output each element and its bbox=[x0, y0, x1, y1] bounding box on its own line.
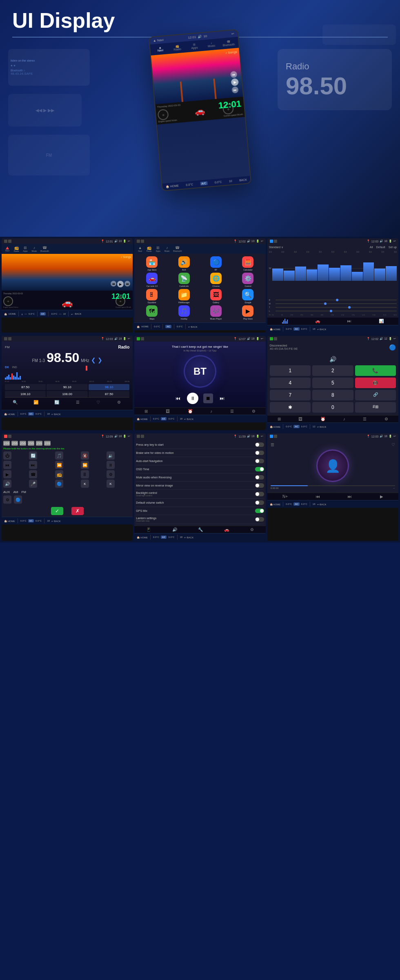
toggle-lantern[interactable] bbox=[255, 517, 264, 522]
music-progress bbox=[271, 485, 395, 486]
dial-hash[interactable]: #⊞ bbox=[355, 402, 396, 413]
toggle-gps[interactable] bbox=[255, 509, 264, 513]
s5-bottom[interactable]: 🏠 HOME 0.0°C A/C 0.0°C 18 ↩ BACK bbox=[134, 415, 265, 422]
dial-star[interactable]: ✱ bbox=[270, 402, 311, 413]
dial-link[interactable]: 🔗 bbox=[355, 390, 396, 400]
dial-1[interactable]: 1 bbox=[270, 365, 311, 376]
ac-button[interactable]: A/C bbox=[40, 312, 46, 316]
app-playstore[interactable]: ▶ Play Store bbox=[233, 305, 263, 320]
home-btn[interactable]: 🏠 bbox=[4, 313, 7, 316]
ac-button[interactable]: A/C bbox=[165, 325, 171, 328]
s2-bottom[interactable]: 🏠 HOME 0.0°C A/C 0.0°C ↩ BACK bbox=[134, 322, 265, 330]
home-btn[interactable]: 🏠 HOME bbox=[4, 520, 15, 522]
back-btn[interactable]: ↩ BACK bbox=[184, 418, 193, 420]
back-btn[interactable]: ↩ BACK bbox=[184, 536, 193, 539]
toggle-osd[interactable] bbox=[255, 467, 264, 471]
app-bt[interactable]: 🔵 BT bbox=[201, 256, 231, 271]
ac-button[interactable]: A/C bbox=[293, 425, 299, 428]
s1-bottom[interactable]: 🏠 HOME ∧ — 0.0°C A/C 0.0°C — 10 ↩ BACK bbox=[2, 310, 133, 318]
bt-play[interactable]: ⏸ bbox=[187, 393, 198, 404]
search-icon[interactable]: 🔍 bbox=[12, 399, 18, 405]
s1-navbar[interactable]: Navi 📻 Radio ⊞ Apps ♪ Music ☎ Bluetooth bbox=[2, 244, 133, 254]
toggle-autonav[interactable] bbox=[255, 459, 264, 463]
ac-button[interactable]: A/C bbox=[28, 412, 34, 416]
nav-bluetooth[interactable]: ☎ Bluetooth bbox=[39, 245, 50, 253]
dial-2[interactable]: 2 bbox=[312, 365, 353, 376]
dial-8[interactable]: 8 bbox=[312, 390, 353, 400]
s8-bottom[interactable]: 🏠 HOME 0.0°C A/C 0.0°C 18 ↩ BACK bbox=[134, 533, 265, 541]
nav-music[interactable]: ♪ Music bbox=[30, 245, 38, 253]
nav-radio[interactable]: 📻 Radio bbox=[12, 245, 20, 253]
dial-5[interactable]: 5 bbox=[312, 378, 353, 388]
toggle-press-key[interactable] bbox=[255, 442, 264, 447]
eq-default[interactable]: Default bbox=[376, 246, 385, 249]
call-btn[interactable]: 📞 bbox=[355, 365, 396, 376]
toggle-backlight[interactable] bbox=[255, 492, 264, 496]
app-chrome[interactable]: 🌐 Chrome bbox=[201, 273, 231, 287]
next-btn[interactable]: ❯ bbox=[98, 357, 102, 363]
repeat-icon[interactable]: 🔄 bbox=[54, 399, 60, 405]
list-icon[interactable]: ☰ bbox=[75, 399, 80, 405]
home-btn[interactable]: 🏠 bbox=[137, 325, 140, 328]
home-btn[interactable]: 🏠 HOME bbox=[137, 418, 148, 420]
s4-bottom[interactable]: 🏠 HOME 0.0°C A/C 0.0°C 18 ↩ BACK bbox=[2, 410, 133, 418]
confirm-btn[interactable]: ✓ bbox=[51, 507, 63, 515]
home-btn[interactable]: 🏠 HOME bbox=[270, 328, 281, 331]
ac-button[interactable]: A/C bbox=[28, 519, 34, 522]
eq-preset[interactable]: Standard ∨ bbox=[269, 246, 283, 249]
dial-4[interactable]: 4 bbox=[270, 378, 311, 388]
settings-icon[interactable]: ⚙ bbox=[116, 399, 122, 405]
nav-navi[interactable]: Navi bbox=[3, 246, 11, 252]
ac-button[interactable]: A/C bbox=[161, 417, 167, 420]
app-moofay[interactable]: 🎵 moofay bbox=[169, 305, 199, 320]
back-btn[interactable]: ↩ BACK bbox=[317, 425, 327, 428]
home-btn[interactable]: 🏠 HOME bbox=[4, 413, 15, 416]
ac-button[interactable]: A/C bbox=[161, 536, 167, 539]
app-calculator[interactable]: 🧮 Calculator bbox=[233, 256, 263, 271]
toggle-mirror[interactable] bbox=[255, 483, 264, 488]
nav-apps[interactable]: ⊞ Apps bbox=[21, 245, 29, 253]
prev-btn[interactable]: ❮ bbox=[91, 357, 96, 363]
back-btn[interactable]: ↩ BACK bbox=[317, 328, 327, 331]
app-musicplayer[interactable]: 🎶 Music Player bbox=[201, 305, 231, 320]
home-btn[interactable]: 🏠 HOME bbox=[270, 503, 281, 506]
s3-bottom[interactable]: 🏠 HOME 0.0°C A/C 0.0°C 18 ↩ BACK bbox=[267, 325, 398, 333]
app-equalizer[interactable]: 🎚 Equalizer bbox=[137, 289, 167, 304]
back-btn[interactable]: ↩ BACK bbox=[51, 413, 61, 416]
home-btn[interactable]: 🏠 HOME bbox=[270, 425, 281, 428]
app-store[interactable]: 🏪 App Store bbox=[137, 256, 167, 271]
app-aux[interactable]: 🔊 AUX bbox=[169, 256, 199, 271]
back-btn[interactable]: ↩ BACK bbox=[317, 503, 327, 506]
app-google[interactable]: 🔍 Google bbox=[233, 289, 263, 304]
back-btn[interactable]: ↩ BACK bbox=[188, 325, 198, 328]
app-carlink[interactable]: 🚗 Car Link 2.0 bbox=[137, 273, 167, 287]
app-carbitlink[interactable]: 📡 CarbitLink bbox=[169, 273, 199, 287]
app-filemanager[interactable]: 📁 FileManager bbox=[169, 289, 199, 304]
cancel-btn[interactable]: ✗ bbox=[71, 507, 84, 515]
back-btn[interactable]: ↩ BACK bbox=[51, 520, 61, 522]
app-maps[interactable]: 🗺 Maps bbox=[137, 305, 167, 320]
eq-all[interactable]: All bbox=[370, 246, 373, 249]
end-call-btn[interactable]: 📵 bbox=[355, 378, 396, 388]
bt-next[interactable]: ⏭ bbox=[218, 394, 226, 402]
heart-icon[interactable]: ♡ bbox=[96, 399, 101, 405]
s7-bottom[interactable]: 🏠 HOME 0.0°C A/C 0.0°C 18 ↩ BACK bbox=[2, 517, 133, 524]
signal-icon[interactable]: 📶 bbox=[33, 399, 39, 405]
app-gallery[interactable]: 🖼 Gallery bbox=[201, 289, 231, 304]
home-btn[interactable]: 🏠 HOME bbox=[137, 536, 148, 539]
toggle-mute[interactable] bbox=[255, 475, 264, 480]
back-btn[interactable]: ↩ bbox=[71, 313, 73, 316]
s2-navbar[interactable]: ▲Navi 📻Radio ⊞Apps ♪Music ☎Bluetooth bbox=[134, 244, 265, 254]
bt-prev[interactable]: ⏮ bbox=[174, 394, 182, 402]
dial-0[interactable]: 0 bbox=[312, 402, 353, 413]
toggle-volume[interactable] bbox=[255, 500, 264, 505]
s9-bottom[interactable]: 🏠 HOME 0.0°C A/C 0.0°C 18 ↩ BACK bbox=[267, 500, 398, 508]
ac-button[interactable]: A/C bbox=[293, 327, 299, 331]
s6-bottom[interactable]: 🏠 HOME 0.0°C A/C 0.0°C 12 ↩ BACK bbox=[267, 422, 398, 430]
eq-setup[interactable]: Set up bbox=[389, 246, 397, 249]
ac-button[interactable]: A/C bbox=[293, 502, 299, 506]
toggle-brake[interactable] bbox=[255, 451, 264, 455]
dial-7[interactable]: 7 bbox=[270, 390, 311, 400]
app-control[interactable]: ⚙️ Control bbox=[233, 273, 263, 287]
bt-stop[interactable]: ⏹ bbox=[203, 393, 213, 403]
